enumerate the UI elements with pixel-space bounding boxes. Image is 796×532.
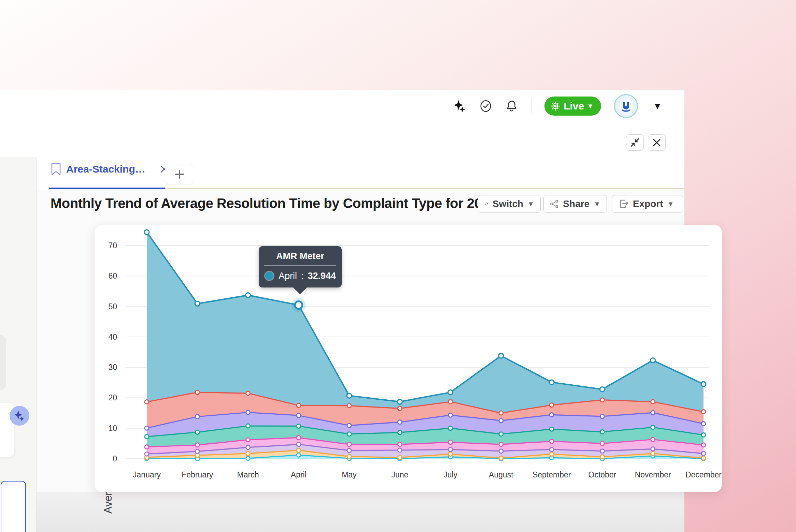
svg-text:October: October (588, 470, 616, 479)
notifications-bell-icon[interactable] (505, 100, 518, 113)
tab-area-stacking[interactable]: Area-Stacking… (51, 163, 169, 175)
share-label: Share (563, 198, 589, 209)
active-tab-underline (49, 188, 165, 189)
panel-header-bar (0, 122, 684, 157)
ai-sparkle-fab[interactable] (10, 406, 29, 426)
stacked-area-chart[interactable]: 010203040506070JanuaryFebruaryMarchApril… (95, 225, 722, 492)
export-button[interactable]: Export ▼ (612, 195, 683, 213)
share-button[interactable]: Share ▼ (543, 195, 607, 213)
tooltip-x-label: April (279, 271, 297, 281)
plus-icon (174, 169, 185, 179)
svg-text:30: 30 (108, 363, 117, 372)
add-tab-button[interactable] (165, 164, 194, 184)
share-icon (550, 199, 559, 209)
tab-label: Area-Stacking… (66, 163, 145, 175)
svg-text:July: July (443, 470, 457, 479)
svg-text:January: January (133, 470, 161, 479)
svg-text:March: March (237, 470, 259, 479)
switch-label: Switch (493, 198, 523, 209)
tab-strip: Area-Stacking… (37, 157, 684, 190)
tooltip-series-dot (264, 271, 274, 281)
gear-icon (550, 101, 561, 112)
svg-text:December: December (685, 470, 722, 479)
tooltip-divider (264, 265, 336, 266)
sidebar-divider (0, 473, 36, 473)
ai-sparkle-icon[interactable] (453, 100, 466, 113)
chart-card: 010203040506070JanuaryFebruaryMarchApril… (95, 225, 722, 492)
chevron-down-icon: ▼ (667, 200, 674, 208)
tooltip-value: 32.944 (308, 271, 336, 281)
check-circle-icon[interactable] (479, 100, 492, 113)
chart-tooltip: AMR Meter April : 32.944 (259, 246, 342, 287)
close-button[interactable] (648, 134, 666, 151)
screen: Live ▼ ▼ (0, 0, 796, 532)
chat-input-box[interactable] (1, 481, 26, 532)
page-title: Monthly Trend of Average Resolution Time… (51, 196, 497, 211)
account-caret-icon[interactable]: ▼ (651, 100, 664, 113)
export-icon (619, 199, 629, 209)
chevron-down-icon: ▼ (587, 102, 594, 110)
svg-text:November: November (635, 470, 671, 479)
svg-text:April: April (291, 470, 307, 479)
switch-button[interactable]: Switch ▼ (478, 195, 541, 213)
left-sidebar (0, 157, 37, 532)
chevron-down-icon: ▼ (527, 200, 534, 208)
svg-text:60: 60 (108, 271, 117, 280)
title-row: Monthly Trend of Average Resolution Time… (51, 195, 684, 216)
switch-icon (484, 199, 488, 209)
svg-text:50: 50 (108, 302, 117, 311)
svg-text:June: June (391, 470, 408, 479)
svg-text:May: May (342, 470, 357, 479)
lower-background-band (37, 492, 684, 532)
svg-text:10: 10 (108, 424, 117, 433)
svg-text:August: August (489, 470, 513, 479)
bookmark-icon (51, 163, 61, 175)
sidebar-collapsed-card (0, 335, 6, 390)
svg-text:20: 20 (108, 393, 117, 402)
header-divider (531, 99, 531, 114)
top-header-bar: Live ▼ ▼ (0, 90, 684, 122)
tooltip-series-title: AMR Meter (259, 246, 342, 262)
live-button[interactable]: Live ▼ (544, 97, 601, 116)
chevron-down-icon: ▼ (594, 200, 600, 208)
tabstrip-border (165, 188, 684, 189)
avatar[interactable] (614, 94, 638, 118)
live-label: Live (564, 100, 584, 112)
collapse-button[interactable] (626, 134, 644, 151)
svg-text:September: September (532, 470, 571, 479)
svg-text:February: February (182, 470, 213, 479)
svg-text:0: 0 (113, 454, 117, 463)
svg-text:70: 70 (108, 241, 117, 250)
svg-text:40: 40 (108, 332, 117, 341)
export-label: Export (633, 198, 663, 209)
